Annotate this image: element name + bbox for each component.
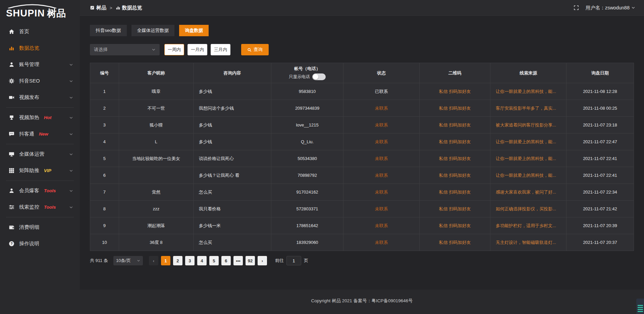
brand-name-cn: 树品 [47, 9, 66, 18]
sidebar-item-lead-monitor[interactable]: 线索监控Tools [0, 199, 80, 215]
copyright: Copyright 树品 2021 备案号：粤ICP备09019646号 [311, 298, 413, 303]
cell-source-link[interactable]: 无主灯设计，智能磁吸轨道灯... [490, 234, 567, 251]
brand-name-en: SHUPIN [6, 8, 45, 18]
chevron-down-icon [69, 96, 73, 100]
cell-source-link[interactable]: 让你一眼就爱上的黑科技，能... [490, 150, 567, 167]
cell-qrcode-link[interactable]: 私信 扫码加好友 [420, 117, 490, 134]
page-button-92[interactable]: 92 [246, 256, 255, 265]
cell-content: 多少钱 [193, 83, 271, 100]
badge-tools: Tools [44, 205, 56, 210]
page-button-2[interactable]: 2 [173, 256, 182, 265]
page-size-select[interactable]: 10条/页 [113, 256, 143, 265]
query-button[interactable]: 查询 [241, 44, 269, 55]
page-button-3[interactable]: 3 [185, 256, 195, 265]
cell-qrcode-link[interactable]: 私信 扫码加好友 [420, 167, 490, 184]
topbar-right: 用户名：zswodun88 [574, 5, 635, 11]
prev-page-button[interactable]: ‹ [149, 256, 158, 265]
col-header-status: 状态 [343, 63, 420, 83]
cell-source-link[interactable]: 让你一眼就爱上的黑科技，能... [490, 83, 567, 100]
sidebar-item-matrix-boost[interactable]: 矩阵助推VIP [0, 162, 80, 179]
range-button-one-week[interactable]: 一周内 [164, 44, 184, 55]
sidebar-item-operation-guide[interactable]: ?操作说明 [0, 235, 80, 252]
range-button-one-month[interactable]: 一月内 [187, 44, 207, 55]
sidebar-item-member-baoke[interactable]: 会员爆客Tools [0, 182, 80, 199]
cell-source-link[interactable]: 被大家追着问的客厅投影分享... [490, 117, 567, 134]
question-icon: ? [9, 241, 14, 247]
corner-widget[interactable] [636, 299, 644, 314]
cell-source-link[interactable]: 客厅安装投影半年多了，真实... [490, 100, 567, 117]
tab-inquiry-data[interactable]: 询盘数据 [179, 25, 209, 36]
page-button-4[interactable]: 4 [197, 256, 207, 265]
cell-qrcode-link[interactable]: 私信 扫码加好友 [420, 201, 490, 217]
cell-source-link[interactable]: 让你一眼就爱上的黑科技，能... [490, 134, 567, 150]
cell-qrcode-link[interactable]: 私信 扫码加好友 [420, 184, 490, 201]
chevron-down-icon [631, 6, 635, 10]
goto-unit: 页 [304, 258, 308, 264]
sidebar-item-data-overview[interactable]: 数据总览 [0, 40, 80, 56]
cell-content: 怎么买 [193, 184, 271, 201]
cell-date: 2021-11-08 00:25 [566, 100, 634, 117]
page-button-1[interactable]: 1 [161, 256, 170, 265]
cell-qrcode-link[interactable]: 私信 扫码加好友 [420, 217, 490, 234]
cell-qrcode-link[interactable]: 私信 扫码加好友 [420, 150, 490, 167]
topbar: 树品 > 数据总览 用户名：zswodun88 [80, 0, 644, 16]
tab-douyin-seo-data[interactable]: 抖音seo数据 [90, 25, 127, 36]
breadcrumb-home[interactable]: 树品 [96, 5, 106, 11]
fullscreen-icon[interactable] [574, 5, 579, 10]
cell-content: 多少钱 [193, 134, 271, 150]
table-row: 1哦章多少钱9583810已联系私信 扫码加好友让你一眼就爱上的黑科技，能...… [90, 83, 634, 100]
sidebar-item-consumption-detail[interactable]: 消费明细 [0, 219, 80, 235]
cell-source-link[interactable]: 感谢大家喜欢我家，被问了好... [490, 184, 567, 201]
next-page-button[interactable]: › [258, 256, 267, 265]
cell-account: 9583810 [271, 83, 343, 100]
cell-source-link[interactable]: 多功能护栏灯，适用于乡村文... [490, 217, 567, 234]
range-button-three-months[interactable]: 三月内 [211, 44, 230, 55]
cell-source-link[interactable]: 如何正确选择投影仪，买投影... [490, 201, 567, 217]
cell-account: 70898792 [271, 167, 343, 184]
cell-date: 2021-11-07 22:41 [566, 150, 634, 167]
sidebar-item-omni-media[interactable]: 全媒体运营 [0, 146, 80, 162]
monitor-icon [9, 151, 14, 157]
cell-nickname: 潮起潮落 [119, 217, 193, 234]
status-badge: 未联系 [343, 234, 420, 251]
query-button-label: 查询 [254, 47, 263, 53]
badge-new: New [39, 132, 48, 137]
cell-account: 50534380 [271, 150, 343, 167]
sidebar-item-account-management[interactable]: 账号管理 [0, 56, 80, 73]
sidebar-item-label: 全媒体运营 [19, 151, 44, 157]
cell-qrcode-link[interactable]: 私信 扫码加好友 [420, 134, 490, 150]
sidebar: SHUPIN 树品 首页数据总览账号管理抖音SEO视频发布视频加热Hot抖客通N… [0, 0, 80, 314]
sidebar-item-video-publish[interactable]: 视频发布 [0, 89, 80, 106]
phone-only-toggle[interactable] [312, 73, 326, 80]
breadcrumb-separator: > [110, 5, 112, 10]
status-badge: 未联系 [343, 201, 420, 217]
sidebar-item-label: 账号管理 [19, 61, 39, 68]
page-ellipsis-button[interactable]: ••• [233, 256, 243, 265]
filter-select[interactable]: 请选择 [90, 44, 160, 55]
table-row: 2不可一世我想问这个多少钱2097344839未联系私信 扫码加好友客厅安装投影… [90, 100, 634, 117]
tab-omni-media-data[interactable]: 全媒体运营数据 [131, 25, 175, 36]
sidebar-item-douketong[interactable]: 抖客通New [0, 126, 80, 142]
cell-qrcode-link[interactable]: 私信 扫码加好友 [420, 100, 490, 117]
sidebar-item-douyin-seo[interactable]: 抖音SEO [0, 73, 80, 89]
sidebar-item-label: 消费明细 [19, 224, 39, 230]
page-button-5[interactable]: 5 [209, 256, 219, 265]
col-header-account: 帐号（电话）只显示电话 [271, 63, 343, 83]
goto-page-input[interactable] [286, 256, 301, 265]
cell-date: 2021-11-07 22:47 [566, 134, 634, 150]
col-header-content: 咨询内容 [193, 63, 271, 83]
cell-qrcode-link[interactable]: 私信 扫码加好友 [420, 234, 490, 251]
page-button-6[interactable]: 6 [221, 256, 231, 265]
content: 抖音seo数据全媒体运营数据询盘数据 请选择 一周内一月内三月内 查询 编号客户… [80, 16, 644, 290]
user-menu[interactable]: 用户名：zswodun88 [586, 5, 635, 11]
cell-qrcode-link[interactable]: 私信 扫码加好友 [420, 83, 490, 100]
sidebar-item-home[interactable]: 首页 [0, 23, 80, 40]
cell-source-link[interactable]: 让你一眼就爱上的黑科技，能... [490, 167, 567, 184]
cell-account: 572803371 [271, 201, 343, 217]
footer: Copyright 树品 2021 备案号：粤ICP备09019646号 [80, 290, 644, 314]
app-root: SHUPIN 树品 首页数据总览账号管理抖音SEO视频发布视频加热Hot抖客通N… [0, 0, 644, 314]
member-icon [9, 188, 14, 194]
chevron-down-icon [69, 132, 73, 136]
sidebar-item-video-heat[interactable]: 视频加热Hot [0, 109, 80, 126]
cell-no: 7 [90, 184, 119, 201]
